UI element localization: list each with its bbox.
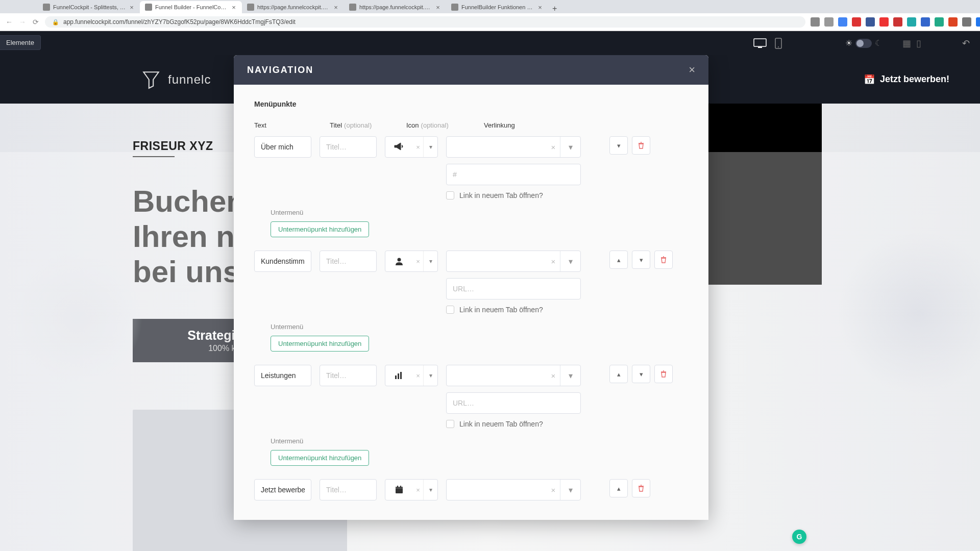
grid-icon[interactable]: ▦ — [902, 38, 911, 49]
ext-icon[interactable] — [935, 17, 944, 27]
new-tab-button[interactable]: + — [548, 4, 561, 13]
move-down-button[interactable]: ▾ — [632, 251, 650, 269]
newtab-checkbox[interactable]: Link in neuem Tab öffnen? — [446, 191, 581, 199]
ext-icon[interactable] — [948, 17, 958, 27]
ext-icon[interactable] — [893, 17, 902, 27]
move-up-button[interactable]: ▴ — [609, 365, 628, 383]
delete-button[interactable] — [632, 136, 650, 155]
move-down-button[interactable]: ▾ — [609, 136, 628, 155]
link-type-select[interactable]: × ▾ — [446, 136, 581, 158]
icon-select[interactable]: × ▾ — [385, 365, 438, 386]
url-input[interactable] — [446, 278, 581, 299]
icon-select[interactable]: × ▾ — [385, 136, 438, 158]
elements-button[interactable]: Elemente — [0, 35, 41, 50]
newtab-checkbox[interactable]: Link in neuem Tab öffnen? — [446, 420, 581, 428]
svg-rect-11 — [400, 486, 401, 488]
url-input[interactable] — [446, 164, 581, 185]
close-icon[interactable]: × — [333, 4, 339, 10]
back-button[interactable]: ← — [5, 18, 13, 26]
menu-text-input[interactable] — [254, 365, 311, 386]
close-icon[interactable]: × — [537, 4, 543, 10]
close-icon[interactable]: × — [435, 4, 441, 10]
newtab-checkbox[interactable]: Link in neuem Tab öffnen? — [446, 306, 581, 314]
ext-icon[interactable] — [852, 17, 861, 27]
chevron-down-icon[interactable]: ▾ — [560, 365, 580, 386]
ext-icon[interactable] — [976, 17, 980, 27]
clear-icon[interactable]: × — [413, 143, 423, 151]
clear-icon[interactable]: × — [547, 143, 560, 152]
add-submenu-button[interactable]: Untermenüpunkt hinzufügen — [271, 221, 369, 237]
ext-icon[interactable] — [824, 17, 834, 27]
add-submenu-button[interactable]: Untermenüpunkt hinzufügen — [271, 336, 369, 352]
close-icon[interactable]: × — [689, 63, 695, 77]
undo-button[interactable]: ↶ — [962, 38, 970, 49]
reload-button[interactable]: ⟳ — [32, 18, 40, 26]
url-text: app.funnelcockpit.com/funnel/zhYZY7bGzgo… — [63, 18, 296, 26]
move-up-button[interactable]: ▴ — [609, 479, 628, 497]
menu-text-input[interactable] — [254, 136, 311, 158]
ext-icon[interactable] — [962, 17, 971, 27]
browser-tab[interactable]: https://page.funnelcockpit.co…× — [242, 1, 344, 13]
clear-icon[interactable]: × — [413, 372, 423, 380]
close-icon[interactable]: × — [129, 4, 135, 10]
menu-text-input[interactable] — [254, 251, 311, 272]
chevron-down-icon[interactable]: ▾ — [560, 251, 580, 271]
icon-select[interactable]: × ▾ — [385, 479, 438, 500]
ext-icon[interactable] — [866, 17, 875, 27]
clear-icon[interactable]: × — [547, 257, 560, 266]
chevron-down-icon[interactable]: ▾ — [423, 251, 437, 271]
url-input[interactable] — [446, 392, 581, 414]
move-down-button[interactable]: ▾ — [632, 365, 650, 383]
move-up-button[interactable]: ▴ — [609, 251, 628, 269]
submenu-label: Untermenü — [271, 209, 688, 216]
link-type-select[interactable]: × ▾ — [446, 251, 581, 272]
clear-icon[interactable]: × — [413, 486, 423, 494]
header-cta[interactable]: 📅 Jetzt bewerben! — [864, 74, 949, 85]
funnel-icon — [140, 69, 162, 90]
chevron-down-icon[interactable]: ▾ — [423, 137, 437, 157]
menu-title-input[interactable] — [320, 136, 377, 158]
clear-icon[interactable]: × — [547, 371, 560, 380]
newtab-label: Link in neuem Tab öffnen? — [459, 420, 543, 428]
link-type-select[interactable]: × ▾ — [446, 479, 581, 500]
grammarly-badge[interactable]: G — [792, 530, 806, 544]
ext-icon[interactable] — [838, 17, 847, 27]
close-icon[interactable]: × — [231, 4, 237, 10]
browser-tab[interactable]: FunnelCockpit - Splittests, M…× — [38, 1, 140, 13]
newtab-label: Link in neuem Tab öffnen? — [459, 191, 543, 199]
menu-title-input[interactable] — [320, 365, 377, 386]
address-bar[interactable]: 🔒 app.funnelcockpit.com/funnel/zhYZY7bGz… — [45, 16, 805, 28]
forward-button[interactable]: → — [18, 18, 27, 26]
layout-icon[interactable]: ▯ — [916, 38, 921, 49]
chevron-down-icon[interactable]: ▾ — [423, 480, 437, 500]
menu-title-input[interactable] — [320, 479, 377, 500]
delete-button[interactable] — [654, 251, 673, 269]
menu-text-input[interactable] — [254, 479, 311, 500]
delete-button[interactable] — [654, 365, 673, 383]
chevron-down-icon[interactable]: ▾ — [560, 137, 580, 157]
ext-icon[interactable] — [921, 17, 930, 27]
browser-tab[interactable]: https://page.funnelcockpit.co…× — [344, 1, 446, 13]
browser-tab[interactable]: Funnel Builder - FunnelCockpit× — [140, 1, 242, 13]
sun-icon[interactable]: ☀ — [845, 38, 852, 48]
clear-icon[interactable]: × — [547, 486, 560, 494]
chevron-down-icon[interactable]: ▾ — [423, 365, 437, 386]
browser-chrome: FunnelCockpit - Splittests, M…× Funnel B… — [0, 0, 980, 31]
desktop-icon[interactable] — [751, 37, 769, 49]
clear-icon[interactable]: × — [413, 258, 423, 265]
svg-point-4 — [398, 258, 401, 262]
menu-title-input[interactable] — [320, 251, 377, 272]
browser-tab[interactable]: FunnelBuilder Funktionen & El…× — [446, 1, 548, 13]
add-submenu-button[interactable]: Untermenüpunkt hinzufügen — [271, 450, 369, 466]
chevron-down-icon[interactable]: ▾ — [560, 480, 580, 500]
delete-button[interactable] — [632, 479, 650, 497]
menu-item: × ▾ × ▾ Link in neuem Tab öffnen? — [254, 251, 688, 361]
mobile-icon[interactable] — [773, 37, 784, 50]
icon-select[interactable]: × ▾ — [385, 251, 438, 272]
ext-icon[interactable] — [811, 17, 820, 27]
link-type-select[interactable]: × ▾ — [446, 365, 581, 386]
theme-switch[interactable] — [855, 39, 872, 48]
ext-icon[interactable] — [879, 17, 889, 27]
ext-icon[interactable] — [907, 17, 916, 27]
moon-icon[interactable]: ☾ — [875, 38, 882, 48]
